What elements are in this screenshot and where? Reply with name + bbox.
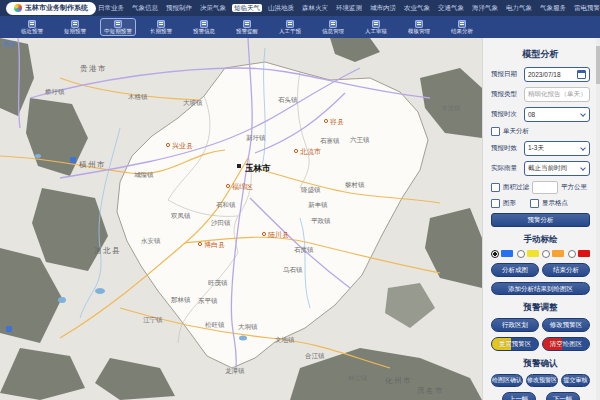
single-day-checkbox[interactable]	[491, 127, 500, 136]
topnav-item[interactable]: 决策气象	[198, 4, 228, 13]
topnav-item[interactable]: 雷电预警	[572, 4, 600, 13]
tab-label: 信息管理	[322, 29, 344, 35]
rainfall-select[interactable]: 截止当前时间	[524, 161, 590, 176]
submit-review-button[interactable]: 提交审核	[561, 374, 590, 387]
grid-checkbox[interactable]	[530, 199, 539, 208]
tabbar-item[interactable]: 预警信息	[186, 18, 222, 37]
forecast-type-row: 预报类型 精细化报告（单天）	[491, 87, 590, 102]
reset-warning-area-button[interactable]: 重置预警区	[491, 337, 539, 351]
tab-label: 长期预警	[150, 29, 172, 35]
blue-swatch	[501, 250, 513, 257]
forecast-type-label: 预报类型	[491, 90, 521, 99]
town-label: 永安镇	[141, 237, 161, 244]
modify-warning-area-confirm-button[interactable]: 修改预警区	[526, 374, 558, 387]
admin-region-button[interactable]: 行政区划	[491, 318, 539, 332]
tabbar-item[interactable]: 结果分析	[444, 18, 480, 37]
forecast-time-select[interactable]: 08	[524, 107, 590, 122]
forecast-time-value: 08	[528, 111, 535, 118]
confirm-buttons-row: 绘图区确认 修改预警区 提交审核	[491, 374, 590, 387]
end-analysis-button[interactable]: 结束分析	[542, 263, 590, 277]
top-navigation: 日常业务 气象信息 预报制作 决策气象 短临天气 山洪地质 森林火灾 环境监测 …	[96, 4, 600, 13]
area-filter-label: 面积过滤	[503, 183, 529, 192]
document-icon	[243, 20, 251, 28]
topnav-item[interactable]: 海洋气象	[470, 4, 500, 13]
town-label: 松旺镇	[205, 321, 225, 328]
topnav-item[interactable]: 山洪地质	[266, 4, 296, 13]
town-label: 六王镇	[350, 136, 370, 143]
map-layers-control[interactable]: 图层	[3, 40, 16, 49]
town-label: 黎村镇	[345, 181, 365, 189]
topnav-item[interactable]: 环境监测	[334, 4, 364, 13]
next-frame-button[interactable]: 下一幅	[546, 392, 580, 400]
clear-canvas-button[interactable]: 清空绘图区	[542, 337, 590, 351]
tabbar-item-active[interactable]: 中短期预警	[100, 18, 136, 37]
tabbar-item[interactable]: 信息管理	[315, 18, 351, 37]
add-result-to-canvas-button[interactable]: 添加分析结果到绘图区	[491, 282, 590, 296]
canvas-confirm-button[interactable]: 绘图区确认	[491, 374, 523, 387]
topnav-item[interactable]: 气象信息	[130, 4, 160, 13]
town-label: 合江镇	[305, 352, 325, 360]
color-option-blue[interactable]	[491, 250, 513, 258]
warning-adjust-title: 预警调整	[491, 302, 590, 314]
calendar-icon	[577, 70, 586, 79]
orange-swatch	[552, 250, 564, 257]
tabbar-item[interactable]: 长期预警	[143, 18, 179, 37]
warning-analysis-button[interactable]: 预警分析	[491, 213, 590, 227]
header: 玉林市业务制作系统 日常业务 气象信息 预报制作 决策气象 短临天气 山洪地质 …	[0, 0, 600, 16]
topnav-item[interactable]: 日常业务	[96, 4, 126, 13]
topnav-item[interactable]: 电力气象	[504, 4, 534, 13]
main-city-label: 玉林市	[245, 163, 271, 173]
tabbar-item[interactable]: 预警提醒	[229, 18, 265, 37]
town-label: 沙田镇	[211, 219, 231, 227]
graph-label: 图形	[503, 199, 516, 208]
tab-label: 短期预警	[64, 29, 86, 35]
city-label: 化州市	[384, 376, 412, 385]
area-filter-checkbox[interactable]	[491, 183, 500, 192]
area-filter-input[interactable]	[532, 181, 558, 194]
topnav-item-active[interactable]: 短临天气	[232, 4, 262, 13]
panel-scrollbar[interactable]	[596, 38, 600, 400]
town-label: 大垌镇	[238, 323, 258, 331]
panel-title: 模型分析	[491, 48, 590, 61]
radio-icon	[542, 250, 550, 258]
topnav-item[interactable]: 农业气象	[402, 4, 432, 13]
color-option-red[interactable]	[568, 250, 590, 258]
analysis-draw-button[interactable]: 分析成图	[491, 263, 539, 277]
topnav-item[interactable]: 森林火灾	[300, 4, 330, 13]
town-label: 乌石镇	[283, 266, 303, 274]
rainfall-value: 截止当前时间	[528, 164, 567, 173]
document-icon	[200, 20, 208, 28]
topnav-item[interactable]: 交通气象	[436, 4, 466, 13]
radio-icon	[491, 250, 499, 258]
topnav-item[interactable]: 预报制作	[164, 4, 194, 13]
forecast-time-row: 预报时次 08	[491, 107, 590, 122]
forecast-date-input[interactable]: 2023/07/18	[524, 67, 590, 82]
color-option-orange[interactable]	[542, 250, 564, 258]
previous-frame-button[interactable]: 上一幅	[502, 392, 536, 400]
topnav-item[interactable]: 城市内涝	[368, 4, 398, 13]
tabbar-item[interactable]: 模板管理	[401, 18, 437, 37]
document-icon	[415, 20, 423, 28]
color-option-yellow[interactable]	[517, 250, 539, 258]
app-logo[interactable]: 玉林市业务制作系统	[6, 2, 96, 15]
town-label: 林尘镇	[347, 374, 368, 381]
town-label: 新丰镇	[308, 201, 328, 208]
town-label: 平政镇	[311, 217, 331, 224]
topnav-item[interactable]: 气象服务	[538, 4, 568, 13]
tabbar-item[interactable]: 短期预警	[57, 18, 93, 37]
map-canvas[interactable]: 贵港市 横州市 浦北县 化州市 茂名市 玉林市 兴业县 容县 北流市 福绵区 陆…	[0, 38, 482, 400]
validity-select[interactable]: 1-3天	[524, 141, 590, 156]
modify-warning-area-button[interactable]: 修改预警区	[542, 318, 590, 332]
graph-checkbox[interactable]	[491, 199, 500, 208]
tab-label: 预警信息	[193, 29, 215, 35]
adjust-buttons-row-2: 重置预警区 清空绘图区	[491, 337, 590, 351]
chevron-down-icon	[580, 165, 586, 171]
draw-color-options	[491, 250, 590, 258]
forecast-type-input[interactable]: 精细化报告（单天）	[524, 87, 590, 102]
scrollbar-thumb[interactable]	[596, 46, 600, 84]
tabbar-item[interactable]: 临近预警	[14, 18, 50, 37]
tabbar-item[interactable]: 人工干预	[272, 18, 308, 37]
yulin-city-marker	[237, 164, 241, 168]
adjust-buttons-row-1: 行政区划 修改预警区	[491, 318, 590, 332]
tabbar-item[interactable]: 人工审核	[358, 18, 394, 37]
